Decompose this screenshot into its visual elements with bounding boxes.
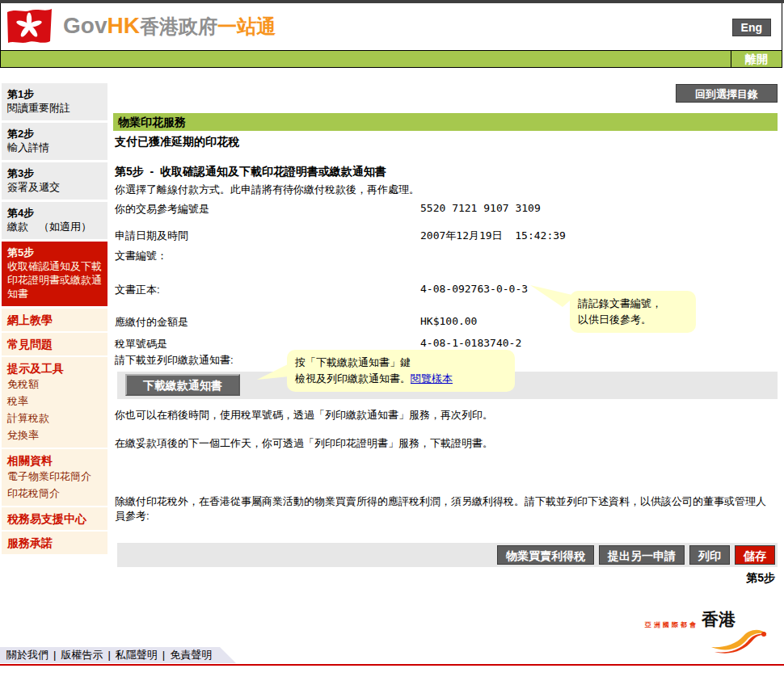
nav-group-faq: 常見問題 xyxy=(2,333,107,357)
view-sample-link[interactable]: 閱覽樣本 xyxy=(411,372,453,385)
nav-group-support: 稅務易支援中心 xyxy=(2,507,107,532)
sidebar-step-5-active: 第5步 收取確認通知及下載印花證明書或繳款通知書 xyxy=(2,242,107,306)
brand-cn-gray: 香港政府 xyxy=(140,15,217,37)
brandhk-tagline: 亞洲國際都會 xyxy=(645,620,698,629)
sidebar-link-allowance[interactable]: 免稅額 xyxy=(7,376,102,393)
field-label: 應繳付的金額是 xyxy=(115,315,188,330)
callout-doc-number: 請記錄文書編號， 以供日後參考。 xyxy=(570,291,696,333)
profits-tax-button[interactable]: 物業買賣利得稅 xyxy=(497,545,594,565)
step-desc: 閱讀重要附註 xyxy=(7,101,102,115)
govhk-logo[interactable]: GovHK香港政府一站通 xyxy=(6,7,276,45)
footer-links-bar: 關於我們|版權告示|私隱聲明|免責聲明 xyxy=(0,647,236,663)
nav-group-related: 相關資料 電子物業印花簡介 印花稅簡介 xyxy=(2,449,107,507)
page-subtitle: 支付已獲准延期的印花稅 xyxy=(115,135,239,149)
field-row-datetime: 申請日期及時間 2007年12月19日 15:42:39 xyxy=(115,229,776,243)
sidebar-link-exchange-rate[interactable]: 兌換率 xyxy=(7,427,102,443)
callout-download-tail xyxy=(257,362,289,381)
step-title: 第3步 xyxy=(7,166,102,180)
step-indicator: 第5步 xyxy=(746,571,775,586)
step-desc: 輸入詳情 xyxy=(7,141,102,154)
nav-group-pledge: 服務承諾 xyxy=(2,532,107,554)
sidebar-link-compute-tax[interactable]: 計算稅款 xyxy=(7,410,102,427)
field-value: HK$100.00 xyxy=(420,315,477,327)
leave-button[interactable]: 離開 xyxy=(731,51,782,67)
intro-paragraph: 你選擇了離線付款方式。此申請將有待你繳付稅款後，再作處理。 xyxy=(115,183,776,197)
download-payment-notice-button[interactable]: 下載繳款通知書 xyxy=(125,374,240,396)
step-desc: 收取確認通知及下載印花證明書或繳款通知書 xyxy=(7,259,102,301)
nav-group-tools: 提示及工具 免稅額 稅率 計算稅款 兌換率 xyxy=(2,357,107,449)
field-row-instrument-no: 文書編號： xyxy=(115,249,776,263)
sidebar-step-2: 第2步 輸入詳情 xyxy=(2,123,107,160)
sidebar-heading-tools: 提示及工具 xyxy=(7,361,102,376)
callout-doc-tail xyxy=(530,285,575,308)
step-desc: 繳款 （如適用） xyxy=(7,220,102,233)
reprint-paragraph: 你也可以在稍後時間，使用稅單號碼，透過「列印繳款通知書」服務，再次列印。 xyxy=(115,408,776,422)
step-title: 第5步 xyxy=(7,246,102,259)
step-desc: 簽署及遞交 xyxy=(7,180,102,194)
brand-hk: HK xyxy=(107,13,139,38)
sidebar-link-tutorial[interactable]: 網上教學 xyxy=(7,313,102,327)
field-value: 4-08-092763-0-0-3 xyxy=(420,283,528,295)
sidebar-link-stampduty-intro[interactable]: 印花稅簡介 xyxy=(7,485,102,502)
sidebar-heading-related: 相關資料 xyxy=(7,453,102,468)
brand-cn-orange: 一站通 xyxy=(217,15,276,37)
brand-wordmark: GovHK香港政府一站通 xyxy=(63,13,276,40)
footer-red-line xyxy=(0,664,784,666)
footer-link-about[interactable]: 關於我們 xyxy=(6,649,48,661)
action-button-bar: 物業買賣利得稅 提出另一申請 列印 儲存 xyxy=(117,543,778,567)
sidebar-link-support-centre[interactable]: 稅務易支援中心 xyxy=(7,511,102,526)
footer-link-privacy[interactable]: 私隱聲明 xyxy=(116,649,158,661)
footer-link-disclaimer[interactable]: 免責聲明 xyxy=(170,649,212,661)
brand-hongkong-logo: 亞洲國際都會 香港 xyxy=(622,608,776,657)
footer-link-copyright[interactable]: 版權告示 xyxy=(61,649,103,661)
field-value: 4-08-1-0183740-2 xyxy=(420,337,521,349)
step-title: 第1步 xyxy=(7,87,102,101)
field-label: 請下載並列印繳款通知書: xyxy=(115,353,234,368)
callout-text: 檢視及列印繳款通知書。 xyxy=(295,372,411,385)
sidebar-link-rates[interactable]: 稅率 xyxy=(7,393,102,410)
field-label: 申請日期及時間 xyxy=(115,229,188,243)
sidebar-step-3: 第3步 簽署及遞交 xyxy=(2,162,107,200)
main-content: 回到選擇目錄 物業印花服務 支付已獲准延期的印花稅 第5步 - 收取確認通知及下… xyxy=(113,83,778,600)
sidebar-link-service-pledge[interactable]: 服務承諾 xyxy=(7,536,102,550)
nav-group-tutorial: 網上教學 xyxy=(2,309,107,333)
eng-language-button[interactable]: Eng xyxy=(732,19,771,36)
brandhk-dragon-icon xyxy=(710,626,769,655)
field-value: 5520 7121 9107 3109 xyxy=(420,202,541,214)
service-title-bar: 物業印花服務 xyxy=(113,113,778,131)
certificate-paragraph: 在繳妥款項後的下一個工作天，你可透過「列印印花證明書」服務，下載證明書。 xyxy=(115,436,776,451)
sidebar-link-estamping-intro[interactable]: 電子物業印花簡介 xyxy=(7,468,102,485)
field-value: 2007年12月19日 15:42:39 xyxy=(420,229,566,243)
step-heading: 第5步 - 收取確認通知及下載印花證明書或繳款通知書 xyxy=(115,165,386,179)
field-label: 文書編號： xyxy=(115,249,167,263)
step-title: 第2步 xyxy=(7,127,102,141)
callout-line: 請記錄文書編號， xyxy=(578,296,688,312)
field-label: 文書正本: xyxy=(115,283,160,297)
sidebar-link-faq[interactable]: 常見問題 xyxy=(7,337,102,351)
field-label: 稅單號碼是 xyxy=(115,337,167,351)
hk-flag-icon xyxy=(6,7,53,45)
callout-download: 按「下載繳款通知書」鍵 檢視及列印繳款通知書。閱覽樣本 xyxy=(287,350,515,392)
brand-gov: Gov xyxy=(63,13,107,38)
step-title: 第4步 xyxy=(7,206,102,220)
sidebar-nav: 網上教學 常見問題 提示及工具 免稅額 稅率 計算稅款 兌換率 相關資料 電子物… xyxy=(2,309,107,554)
back-to-menu-button[interactable]: 回到選擇目錄 xyxy=(676,84,778,103)
profits-tax-paragraph: 除繳付印花稅外，在香港從事屬商業活動的物業買賣所得的應評稅利潤，須另繳利得稅。請… xyxy=(115,494,776,523)
footer-separator: | xyxy=(103,649,115,661)
callout-line: 檢視及列印繳款通知書。閱覽樣本 xyxy=(295,371,507,387)
footer-separator: | xyxy=(158,649,170,661)
another-application-button[interactable]: 提出另一申請 xyxy=(599,545,685,565)
sidebar-step-4: 第4步 繳款 （如適用） xyxy=(2,202,107,239)
header: GovHK香港政府一站通 Eng xyxy=(0,3,782,50)
callout-line: 以供日後參考。 xyxy=(578,312,688,328)
sidebar: 第1步 閱讀重要附註 第2步 輸入詳情 第3步 簽署及遞交 第4步 繳款 （如適… xyxy=(2,83,107,554)
field-label: 你的交易參考編號是 xyxy=(115,202,209,216)
save-button[interactable]: 儲存 xyxy=(735,545,775,565)
print-button[interactable]: 列印 xyxy=(689,545,730,565)
page: GovHK香港政府一站通 Eng 離開 第1步 閱讀重要附註 第2步 輸入詳情 … xyxy=(0,0,784,681)
callout-line: 按「下載繳款通知書」鍵 xyxy=(295,355,507,371)
field-row-transaction-ref: 你的交易參考編號是 5520 7121 9107 3109 xyxy=(115,202,776,216)
footer-separator: | xyxy=(48,649,61,661)
sidebar-step-1: 第1步 閱讀重要附註 xyxy=(2,83,107,120)
green-toolbar: 離開 xyxy=(0,50,782,68)
